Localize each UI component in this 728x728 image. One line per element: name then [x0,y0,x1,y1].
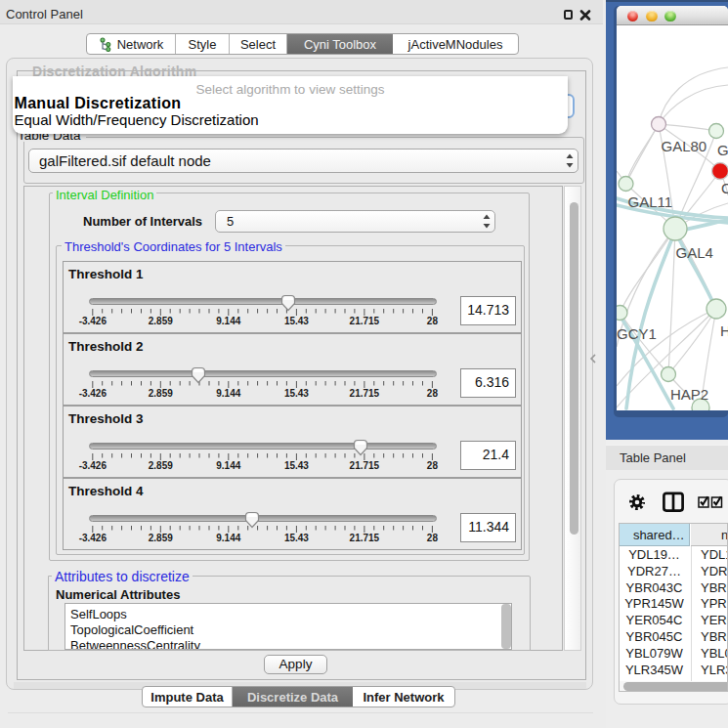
svg-text:GCY1: GCY1 [617,325,657,342]
svg-text:GAL11: GAL11 [628,193,673,210]
svg-text:GAL4: GAL4 [676,244,713,261]
svg-text:H: H [720,322,728,339]
svg-text:CA: CA [721,180,728,196]
svg-text:HAP2: HAP2 [670,386,708,403]
svg-text:GA: GA [717,142,728,158]
svg-text:GAL80: GAL80 [662,138,707,154]
